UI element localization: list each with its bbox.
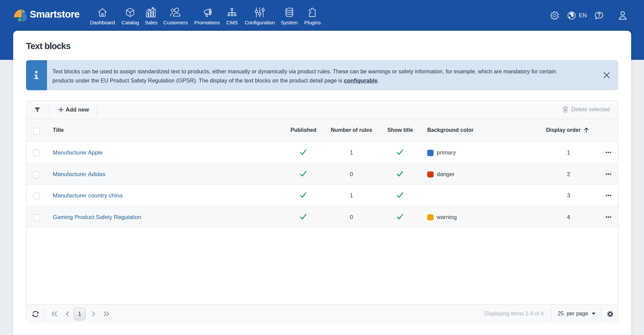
svg-text:?: ? (597, 12, 601, 18)
